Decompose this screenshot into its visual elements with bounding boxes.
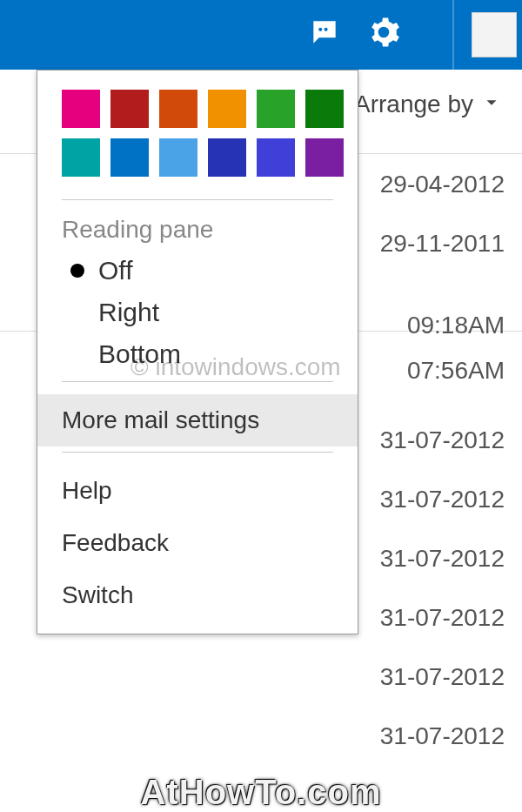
app-header	[0, 0, 522, 70]
radio-unselected-icon	[70, 347, 84, 361]
switch-item[interactable]: Switch	[37, 569, 358, 621]
reading-pane-bottom[interactable]: Bottom	[37, 334, 358, 376]
color-swatch[interactable]	[208, 138, 246, 177]
color-swatch[interactable]	[305, 90, 344, 128]
list-item[interactable]: 09:18AM	[380, 303, 505, 348]
color-swatch[interactable]	[62, 138, 100, 177]
reading-pane-off-label: Off	[98, 256, 132, 285]
color-swatch[interactable]	[62, 90, 100, 128]
chevron-down-icon	[482, 91, 501, 118]
reading-pane-off[interactable]: Off	[37, 251, 358, 292]
dropdown-divider	[62, 381, 333, 382]
list-item[interactable]: 31-07-2012	[380, 648, 505, 707]
arrange-by-button[interactable]: Arrange by	[354, 91, 501, 118]
svg-point-0	[318, 28, 322, 31]
list-item[interactable]: 07:56AM	[380, 348, 505, 393]
more-mail-settings[interactable]: More mail settings	[37, 394, 358, 446]
mail-date-column: 29-04-2012 29-11-2011 09:18AM 07:56AM 31…	[380, 155, 505, 766]
arrange-by-label: Arrange by	[354, 91, 473, 118]
dropdown-divider	[62, 199, 333, 200]
avatar[interactable]	[472, 12, 517, 57]
reading-pane-title: Reading pane	[37, 212, 358, 251]
list-item[interactable]: 31-07-2012	[380, 588, 505, 648]
gear-icon[interactable]	[367, 16, 400, 52]
reading-pane-right-label: Right	[98, 298, 159, 327]
color-swatch[interactable]	[159, 138, 197, 177]
color-picker	[37, 90, 358, 194]
radio-selected-icon	[70, 264, 84, 278]
color-swatch[interactable]	[305, 138, 344, 177]
header-divider	[452, 0, 454, 70]
reading-pane-bottom-label: Bottom	[98, 339, 181, 369]
radio-unselected-icon	[70, 305, 84, 319]
list-item[interactable]: 31-07-2012	[380, 707, 505, 766]
color-swatch[interactable]	[208, 90, 246, 128]
svg-point-1	[325, 28, 328, 31]
chat-icon[interactable]	[308, 16, 341, 52]
dropdown-divider	[62, 452, 333, 453]
header-icons	[308, 16, 400, 52]
help-item[interactable]: Help	[37, 465, 358, 517]
color-swatch[interactable]	[110, 138, 149, 177]
list-item[interactable]: 31-07-2012	[380, 470, 505, 529]
list-item[interactable]: 29-11-2011	[380, 214, 505, 273]
color-swatch[interactable]	[159, 90, 197, 128]
settings-dropdown: Reading pane Off Right Bottom More mail …	[37, 70, 358, 634]
color-swatch[interactable]	[257, 90, 295, 128]
list-item[interactable]: 31-07-2012	[380, 411, 505, 470]
reading-pane-right[interactable]: Right	[37, 292, 358, 334]
feedback-item[interactable]: Feedback	[37, 517, 358, 569]
color-swatch[interactable]	[110, 90, 149, 128]
list-item[interactable]: 31-07-2012	[380, 529, 505, 588]
list-item[interactable]: 29-04-2012	[380, 155, 505, 214]
color-swatch[interactable]	[257, 138, 295, 177]
